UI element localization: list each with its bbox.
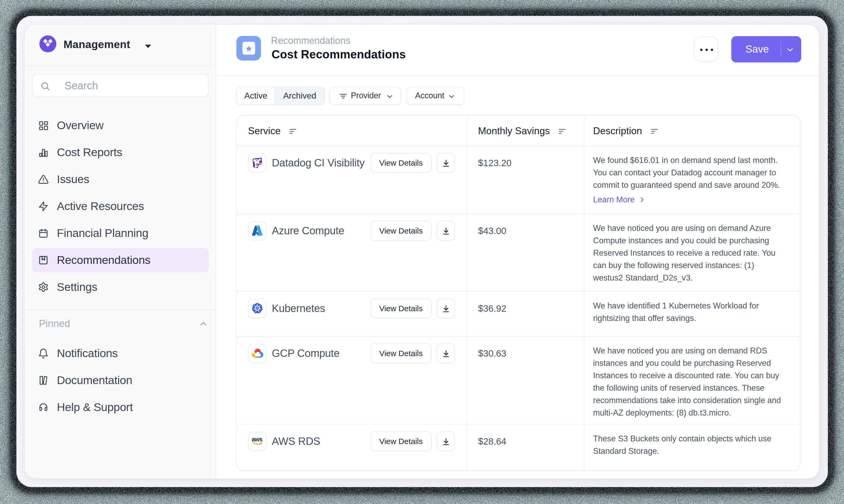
svg-text:aws: aws <box>252 436 262 443</box>
